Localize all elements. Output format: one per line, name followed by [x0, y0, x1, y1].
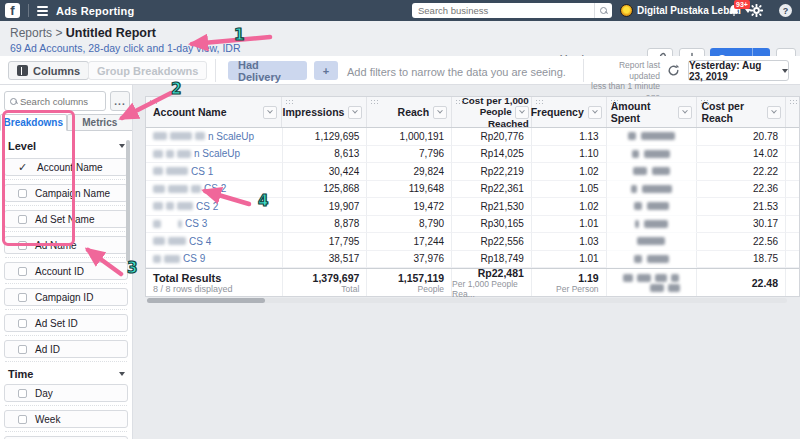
- column-header-impressions[interactable]: Impressions: [282, 97, 367, 127]
- account-link[interactable]: CS 2: [196, 201, 218, 212]
- sidebar-item-account-id[interactable]: Account ID: [4, 262, 128, 280]
- sort-chevron-icon[interactable]: [348, 106, 362, 119]
- columns-button[interactable]: Columns: [8, 61, 89, 80]
- checkbox[interactable]: [18, 319, 27, 328]
- sort-chevron-icon[interactable]: [433, 106, 447, 119]
- help-button[interactable]: ?: [779, 4, 792, 17]
- redacted-amount: [607, 198, 698, 216]
- drag-handle-icon[interactable]: [370, 99, 378, 104]
- checkbox[interactable]: [18, 293, 27, 302]
- sidebar-item-campaign-name[interactable]: Campaign Name: [4, 184, 128, 202]
- group-breakdowns-button[interactable]: Group Breakdowns: [88, 61, 207, 80]
- scrollbar-thumb[interactable]: [147, 298, 265, 303]
- columns-sidebar: ... Breakdowns Metrics Level ✓ Account N…: [0, 85, 133, 439]
- column-header-frequency[interactable]: Frequency: [532, 97, 607, 127]
- account-link[interactable]: CS 2: [204, 183, 226, 194]
- checkbox[interactable]: [18, 267, 27, 276]
- sidebar-search-box[interactable]: [4, 91, 106, 111]
- sort-chevron-icon[interactable]: [767, 106, 781, 119]
- tab-breakdowns[interactable]: Breakdowns: [0, 114, 67, 131]
- column-header-amount-spent[interactable]: Amount Spent: [607, 97, 698, 127]
- column-header-next-partial[interactable]: [786, 97, 799, 127]
- column-header-account-name[interactable]: Account Name: [146, 97, 282, 127]
- drag-handle-icon[interactable]: [610, 99, 618, 104]
- hamburger-menu-icon[interactable]: [37, 6, 48, 16]
- redacted-amount: [607, 216, 698, 234]
- sidebar-item-ad-name[interactable]: Ad Name: [4, 236, 128, 254]
- sidebar-item-ad-set-name[interactable]: Ad Set Name: [4, 210, 128, 228]
- sidebar-item-week[interactable]: Week: [4, 410, 128, 428]
- sort-chevron-icon[interactable]: [263, 106, 277, 119]
- checkbox[interactable]: [18, 215, 27, 224]
- redacted-amount: [607, 181, 698, 199]
- divider: [583, 59, 584, 82]
- drag-handle-icon[interactable]: [789, 99, 797, 104]
- redacted-amount: [607, 163, 698, 181]
- account-link[interactable]: CS 4: [189, 236, 211, 247]
- notifications-button[interactable]: 93+: [728, 4, 740, 17]
- breadcrumb-reports[interactable]: Reports: [10, 26, 52, 40]
- drag-handle-icon[interactable]: [455, 99, 463, 104]
- report-scope-link[interactable]: 69 Ad Accounts, 28-day click and 1-day v…: [10, 42, 241, 54]
- had-delivery-filter-chip[interactable]: Had Delivery: [228, 61, 307, 80]
- date-range-button[interactable]: Yesterday: Aug 23, 2019: [688, 60, 789, 81]
- gear-icon[interactable]: [750, 4, 763, 17]
- sidebar-item-ad-set-id[interactable]: Ad Set ID: [4, 314, 128, 332]
- redacted-amount: [607, 251, 698, 269]
- collapse-caret-icon[interactable]: [119, 144, 125, 148]
- account-link[interactable]: CS 3: [185, 218, 207, 229]
- search-icon: [10, 98, 16, 105]
- report-header-strip: Reports > Untitled Report 69 Ad Accounts…: [0, 21, 800, 56]
- drag-handle-icon[interactable]: [285, 99, 293, 104]
- column-header-reach[interactable]: Reach: [367, 97, 452, 127]
- sidebar-more-button[interactable]: ...: [110, 91, 130, 111]
- checkbox[interactable]: [18, 415, 27, 424]
- business-search-box[interactable]: [412, 3, 612, 18]
- table-horizontal-scrollbar[interactable]: [147, 298, 787, 303]
- sort-chevron-icon[interactable]: [678, 106, 692, 119]
- column-header-cost-per-reach[interactable]: Cost per Reach: [697, 97, 786, 127]
- sidebar-scrollbar[interactable]: [126, 140, 130, 262]
- redacted-amount-total: [607, 269, 698, 296]
- page-title: Untitled Report: [66, 26, 156, 40]
- sidebar-item-ad-id[interactable]: Ad ID: [4, 340, 128, 358]
- sidebar-item-account-name[interactable]: ✓ Account Name: [4, 158, 128, 176]
- column-header-cost-per-1000[interactable]: Cost per 1,000 People Reached: [452, 97, 532, 127]
- checkbox[interactable]: [18, 345, 27, 354]
- sidebar-item-day[interactable]: Day: [4, 384, 128, 402]
- refresh-icon: [667, 64, 680, 77]
- search-icon[interactable]: [594, 3, 612, 18]
- table-row: CS 2 19,907 19,472 Rp21,530 1.02 21.53: [146, 198, 799, 216]
- table-row: n ScaleUp 8,613 7,796 Rp14,025 1.10 14.0…: [146, 146, 799, 164]
- collapse-caret-icon[interactable]: [119, 372, 125, 376]
- account-link[interactable]: n ScaleUp: [194, 148, 240, 159]
- account-link[interactable]: CS 9: [183, 253, 205, 264]
- account-link[interactable]: n ScaleUp: [208, 131, 254, 142]
- account-link[interactable]: CS 1: [191, 166, 213, 177]
- columns-search-input[interactable]: [20, 96, 100, 107]
- app-title: Ads Reporting: [56, 5, 134, 17]
- checkbox[interactable]: [18, 241, 27, 250]
- checkbox[interactable]: [18, 389, 27, 398]
- add-filter-button[interactable]: +: [314, 61, 338, 80]
- facebook-logo-icon[interactable]: f: [5, 3, 20, 18]
- table-row: CS 2 125,868 119,648 Rp22,361 1.05 22.36: [146, 181, 799, 199]
- tab-metrics[interactable]: Metrics: [67, 114, 134, 130]
- chevron-down-icon: [782, 69, 788, 73]
- drag-handle-icon[interactable]: [535, 99, 543, 104]
- sidebar-tabs: Breakdowns Metrics: [0, 114, 133, 131]
- checkbox[interactable]: [18, 189, 27, 198]
- table-row: CS 9 38,517 37,976 Rp18,749 1.01 18.75: [146, 251, 799, 269]
- refresh-button[interactable]: [664, 61, 683, 80]
- search-input[interactable]: [412, 5, 594, 16]
- user-name: Digital Pustaka Lebah: [637, 5, 741, 16]
- section-header-level[interactable]: Level: [8, 140, 125, 152]
- sort-chevron-icon[interactable]: [588, 106, 602, 119]
- drag-handle-icon[interactable]: [149, 99, 157, 104]
- drag-handle-icon[interactable]: [700, 99, 708, 104]
- checkmark-icon[interactable]: ✓: [18, 162, 29, 173]
- top-navigation-bar: f Ads Reporting Digital Pustaka Lebah 93…: [0, 0, 800, 21]
- sidebar-item-campaign-id[interactable]: Campaign ID: [4, 288, 128, 306]
- avatar: [620, 4, 633, 17]
- section-header-time[interactable]: Time: [8, 368, 125, 380]
